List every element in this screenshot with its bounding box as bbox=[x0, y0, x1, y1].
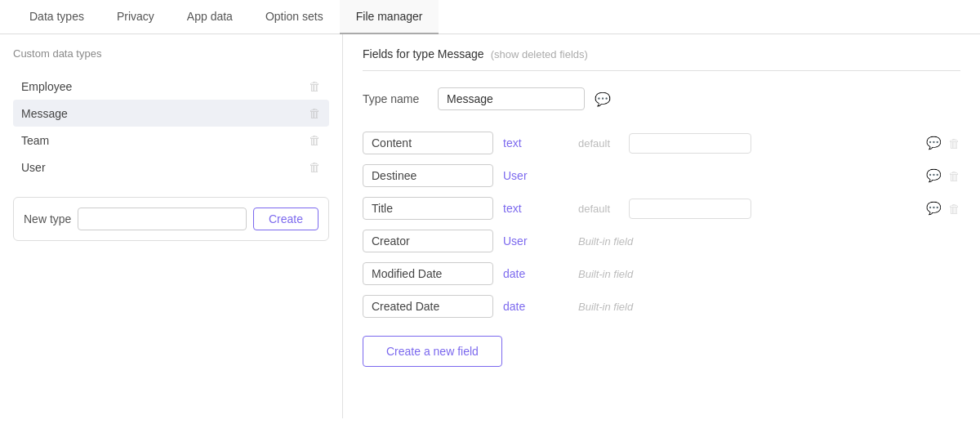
field-row-modified-date: dateBuilt-in field bbox=[363, 257, 960, 290]
sidebar-item-team[interactable]: Team🗑 bbox=[13, 127, 329, 154]
field-default-input-title[interactable] bbox=[629, 199, 751, 219]
field-builtin-label-created-date: Built-in field bbox=[578, 301, 633, 313]
field-delete-icon-destinee[interactable]: 🗑 bbox=[948, 169, 960, 183]
show-deleted-link[interactable]: (show deleted fields) bbox=[491, 48, 588, 60]
field-default-label-content: default bbox=[578, 137, 619, 150]
sidebar-item-employee[interactable]: Employee🗑 bbox=[13, 73, 329, 100]
delete-icon-team[interactable]: 🗑 bbox=[309, 133, 321, 147]
delete-icon-employee[interactable]: 🗑 bbox=[309, 79, 321, 93]
sidebar-item-message[interactable]: Message🗑 bbox=[13, 100, 329, 127]
delete-icon-message[interactable]: 🗑 bbox=[309, 106, 321, 120]
field-name-input-created-date[interactable] bbox=[363, 295, 493, 318]
tab-data-types[interactable]: Data types bbox=[13, 0, 100, 34]
field-type-modified-date: date bbox=[503, 267, 568, 280]
tabs-bar: Data typesPrivacyApp dataOption setsFile… bbox=[0, 0, 980, 34]
delete-icon-user[interactable]: 🗑 bbox=[309, 160, 321, 174]
sidebar-item-label-team: Team bbox=[21, 134, 49, 147]
field-name-input-destinee[interactable] bbox=[363, 164, 493, 187]
field-comment-icon-title[interactable]: 💬 bbox=[926, 201, 942, 216]
sidebar-item-user[interactable]: User🗑 bbox=[13, 154, 329, 181]
sidebar-item-label-user: User bbox=[21, 161, 46, 174]
sidebar: Custom data types Employee🗑Message🗑Team🗑… bbox=[0, 34, 343, 418]
field-row-destinee: User💬🗑 bbox=[363, 159, 960, 192]
type-name-input[interactable] bbox=[438, 87, 585, 110]
field-row-creator: UserBuilt-in field bbox=[363, 225, 960, 257]
field-type-created-date: date bbox=[503, 300, 568, 313]
field-type-title: text bbox=[503, 202, 568, 215]
content-header: Fields for type Message (show deleted fi… bbox=[363, 47, 960, 71]
create-type-button[interactable]: Create bbox=[253, 208, 318, 230]
field-actions-destinee: 💬🗑 bbox=[926, 168, 960, 183]
field-row-content: textdefault💬🗑 bbox=[363, 127, 960, 159]
field-default-label-title: default bbox=[578, 203, 619, 215]
new-type-label: New type bbox=[24, 212, 71, 225]
field-name-input-modified-date[interactable] bbox=[363, 262, 493, 285]
field-actions-title: 💬🗑 bbox=[926, 201, 960, 216]
field-name-input-creator[interactable] bbox=[363, 230, 493, 252]
data-type-list: Employee🗑Message🗑Team🗑User🗑 bbox=[13, 73, 329, 181]
field-name-input-title[interactable] bbox=[363, 197, 493, 220]
fields-table: textdefault💬🗑User💬🗑textdefault💬🗑UserBuil… bbox=[363, 127, 960, 323]
field-comment-icon-destinee[interactable]: 💬 bbox=[926, 168, 942, 183]
tab-privacy[interactable]: Privacy bbox=[100, 0, 171, 34]
field-delete-icon-title[interactable]: 🗑 bbox=[948, 202, 960, 216]
sidebar-title: Custom data types bbox=[13, 47, 329, 60]
field-row-title: textdefault💬🗑 bbox=[363, 192, 960, 225]
field-name-input-content[interactable] bbox=[363, 132, 493, 154]
create-field-button[interactable]: Create a new field bbox=[363, 336, 502, 367]
tab-app-data[interactable]: App data bbox=[171, 0, 249, 34]
sidebar-item-label-employee: Employee bbox=[21, 80, 72, 93]
tab-file-manager[interactable]: File manager bbox=[340, 0, 439, 34]
field-type-content: text bbox=[503, 136, 568, 150]
field-type-creator: User bbox=[503, 234, 568, 248]
field-builtin-label-creator: Built-in field bbox=[578, 235, 633, 248]
main-layout: Custom data types Employee🗑Message🗑Team🗑… bbox=[0, 34, 980, 418]
new-type-input[interactable] bbox=[78, 208, 247, 230]
type-name-row: Type name 💬 bbox=[363, 87, 960, 110]
type-name-label: Type name bbox=[363, 92, 428, 105]
content-area: Fields for type Message (show deleted fi… bbox=[343, 34, 980, 418]
field-default-input-content[interactable] bbox=[629, 133, 751, 154]
type-name-comment-icon[interactable]: 💬 bbox=[595, 91, 611, 107]
field-actions-content: 💬🗑 bbox=[926, 136, 960, 150]
content-header-title: Fields for type Message bbox=[363, 47, 484, 60]
field-delete-icon-content[interactable]: 🗑 bbox=[948, 136, 960, 150]
tab-option-sets[interactable]: Option sets bbox=[249, 0, 340, 34]
field-builtin-label-modified-date: Built-in field bbox=[578, 268, 633, 280]
sidebar-item-label-message: Message bbox=[21, 107, 68, 120]
new-type-row: New type Create bbox=[13, 197, 329, 241]
field-comment-icon-content[interactable]: 💬 bbox=[926, 136, 942, 150]
field-type-destinee: User bbox=[503, 169, 568, 182]
field-row-created-date: dateBuilt-in field bbox=[363, 290, 960, 323]
